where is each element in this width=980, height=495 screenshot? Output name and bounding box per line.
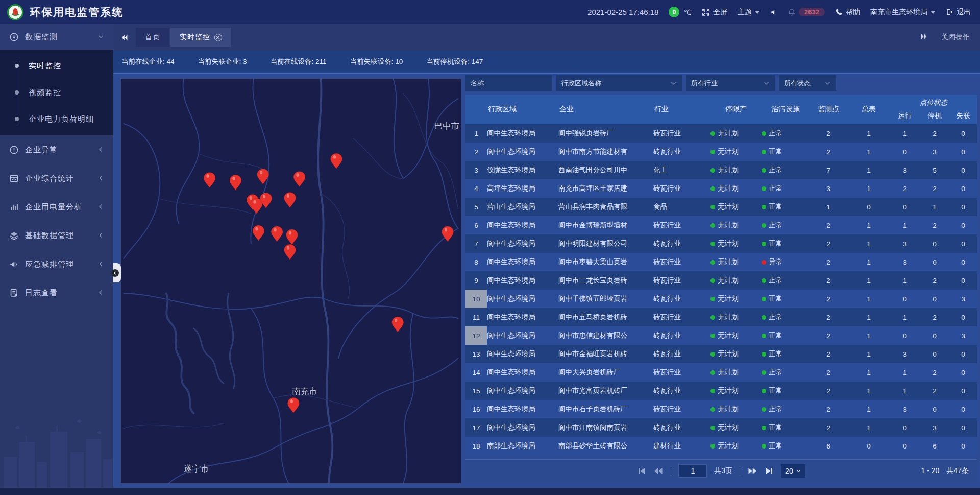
sidebar-item-data-monitor[interactable]: 数据监测 xyxy=(0,24,113,50)
facility-status-label: 正常 xyxy=(769,203,782,210)
sidebar-item-power-analysis[interactable]: 企业用电量分析 xyxy=(0,193,113,221)
map-pin[interactable] xyxy=(230,175,241,190)
map-road xyxy=(338,228,458,358)
region-filter-select[interactable]: 行政区域名称 xyxy=(556,75,682,91)
industry-cell: 砖瓦行业 xyxy=(653,184,710,193)
facility-status-cell: 正常 xyxy=(762,405,810,414)
industry-filter-select[interactable]: 所有行业 xyxy=(686,75,775,91)
stop-count-cell: 2 xyxy=(920,387,949,395)
stat-item-2: 当前在线设备: 211 xyxy=(271,57,327,66)
facility-status-cell: 正常 xyxy=(762,239,810,248)
chevron-down-icon xyxy=(763,80,770,86)
table-row[interactable]: 17阆中生态环境局阆中市江南镇阆南页岩砖瓦行业无计划正常21030 xyxy=(465,418,977,437)
sidebar-subitem-1[interactable]: 视频监控 xyxy=(0,79,113,106)
sidebar-subitem-0[interactable]: 实时监控 xyxy=(0,53,113,79)
tab-scroll-right-button[interactable] xyxy=(919,32,928,42)
gauge-icon xyxy=(9,32,19,42)
map-pin[interactable] xyxy=(331,153,342,169)
first-page-button[interactable] xyxy=(637,466,646,476)
table-row[interactable]: 2阆中生态环境局阆中市南方节能建材有砖瓦行业无计划正常21030 xyxy=(465,143,977,161)
map-pin[interactable] xyxy=(284,244,296,260)
table-row[interactable]: 15阆中生态环境局阆中市光富页岩机砖厂砖瓦行业无计划正常21120 xyxy=(465,382,977,400)
lost-count-cell: 0 xyxy=(949,148,977,156)
facility-status-cell: 异常 xyxy=(762,257,810,267)
sidebar-item-enterprise-abnormal[interactable]: 企业异常 xyxy=(0,135,113,164)
name-filter-input[interactable] xyxy=(465,75,552,91)
chevron-left-icon xyxy=(97,203,104,211)
sidebar-item-base-data[interactable]: 基础数据管理 xyxy=(0,221,113,250)
help-button[interactable]: 帮助 xyxy=(835,8,860,17)
next-page-button[interactable] xyxy=(747,466,757,476)
stat-label: 当前在线企业 xyxy=(121,58,163,65)
notification-button[interactable]: 2632 xyxy=(788,8,825,16)
mute-button[interactable] xyxy=(770,9,777,16)
close-operations-button[interactable]: 关闭操作 xyxy=(941,33,970,42)
company-cell: 阆中市二龙长宝页岩砖 xyxy=(558,276,653,285)
map-pin[interactable] xyxy=(284,193,296,208)
map-pin[interactable] xyxy=(204,172,215,187)
org-menu[interactable]: 南充市生态环境局 xyxy=(870,8,936,17)
table-row[interactable]: 3仪陇生态环境局西南油气田分公司川中化工无计划正常71350 xyxy=(465,161,977,179)
table-row[interactable]: 13阆中生态环境局阆中市金福旺页岩机砖砖瓦行业无计划正常21300 xyxy=(465,345,977,363)
table-row[interactable]: 9阆中生态环境局阆中市二龙长宝页岩砖砖瓦行业无计划正常21120 xyxy=(465,271,977,290)
prev-page-button[interactable] xyxy=(653,466,664,476)
facility-status-cell: 正常 xyxy=(762,368,810,377)
table-row[interactable]: 10阆中生态环境局阆中千佛镇五郎垭页岩砖瓦行业无计划正常21003 xyxy=(465,290,977,308)
map-pin[interactable] xyxy=(287,397,299,413)
pin-icon xyxy=(293,171,305,186)
table-row[interactable]: 5营山生态环境局营山县润丰肉食品有限食品无计划正常10010 xyxy=(465,198,977,216)
facility-status-cell: 正常 xyxy=(762,441,810,451)
pin-highlight xyxy=(287,194,289,198)
sidebar-item-log-view[interactable]: 日志查看 xyxy=(0,278,113,307)
facility-status-label: 正常 xyxy=(769,313,782,321)
facility-status-cell: 正常 xyxy=(762,147,810,156)
table-row[interactable]: 8阆中生态环境局阆中市枣碧大梁山页岩砖瓦行业无计划异常21300 xyxy=(465,253,977,271)
divider xyxy=(740,466,740,476)
map-pin[interactable] xyxy=(271,226,283,242)
map-pin[interactable] xyxy=(253,225,264,241)
pin-icon xyxy=(331,153,342,169)
page-size-select[interactable]: 20 xyxy=(781,464,805,478)
industry-cell: 砖瓦行业 xyxy=(653,129,710,138)
map-pin[interactable] xyxy=(442,226,454,242)
exit-button[interactable]: 退出 xyxy=(946,8,971,17)
company-cell: 阆中市五马桥页岩机砖 xyxy=(558,313,653,322)
table-row[interactable]: 18南部生态环境局南部县砂华土砖有限公建材行业无计划正常60060 xyxy=(465,437,977,455)
table-row[interactable]: 4高坪生态环境局南充市高坪区王家店建砖瓦行业无计划正常31220 xyxy=(465,179,977,198)
table-row[interactable]: 7阆中生态环境局阆中明阳建材有限公司砖瓦行业无计划正常21300 xyxy=(465,234,977,253)
limit-status-label: 无计划 xyxy=(718,313,739,321)
facility-status-label: 正常 xyxy=(769,332,782,339)
pin-icon xyxy=(287,397,299,413)
facility-status-cell: 正常 xyxy=(762,129,810,138)
tab-close-icon[interactable]: ✕ xyxy=(214,34,222,41)
map-pin[interactable] xyxy=(392,317,404,332)
tab-0[interactable]: 首页 xyxy=(136,28,169,47)
sidebar-item-enterprise-stats[interactable]: 企业综合统计 xyxy=(0,164,113,193)
limit-status-label: 无计划 xyxy=(718,148,739,155)
tab-1[interactable]: 实时监控✕ xyxy=(170,28,231,47)
table-row[interactable]: 16阆中生态环境局阆中市石子页岩机砖厂砖瓦行业无计划正常21300 xyxy=(465,400,977,418)
table-row[interactable]: 6阆中生态环境局阆中市金博瑞新型墙材砖瓦行业无计划正常21120 xyxy=(465,216,977,234)
map-pin[interactable] xyxy=(286,229,298,245)
sidebar-subitem-2[interactable]: 企业电力负荷明细 xyxy=(0,106,113,132)
column-header-4: 停限产 xyxy=(710,95,762,124)
page-input[interactable] xyxy=(678,464,707,478)
last-page-button[interactable] xyxy=(765,466,774,476)
table-row[interactable]: 14阆中生态环境局阆中大兴页岩机砖厂砖瓦行业无计划正常21120 xyxy=(465,363,977,382)
theme-menu[interactable]: 主题 xyxy=(738,8,760,17)
chevron-left-icon xyxy=(97,174,104,183)
tab-scroll-left-button[interactable] xyxy=(113,33,136,42)
status-dot xyxy=(762,352,766,357)
chevron-left-icon xyxy=(97,289,104,297)
status-filter-select[interactable]: 所有状态 xyxy=(779,75,836,91)
sidebar-item-emergency-reduce[interactable]: 应急减排管理 xyxy=(0,250,113,278)
table-row[interactable]: 12阆中生态环境局阆中市忠信建材有限公砖瓦行业无计划正常21003 xyxy=(465,326,977,345)
map-panel[interactable]: 巴中市南充市遂宁市 xyxy=(120,78,462,484)
map-pin[interactable] xyxy=(293,171,305,186)
map-collapse-button[interactable] xyxy=(113,263,121,282)
facility-status-cell: 正常 xyxy=(762,184,810,193)
table-row[interactable]: 1阆中生态环境局阆中强锐页岩砖厂砖瓦行业无计划正常21120 xyxy=(465,124,977,143)
row-number-cell: 11 xyxy=(465,308,487,326)
table-row[interactable]: 11阆中生态环境局阆中市五马桥页岩机砖砖瓦行业无计划正常21120 xyxy=(465,308,977,326)
fullscreen-button[interactable]: 全屏 xyxy=(702,8,727,17)
